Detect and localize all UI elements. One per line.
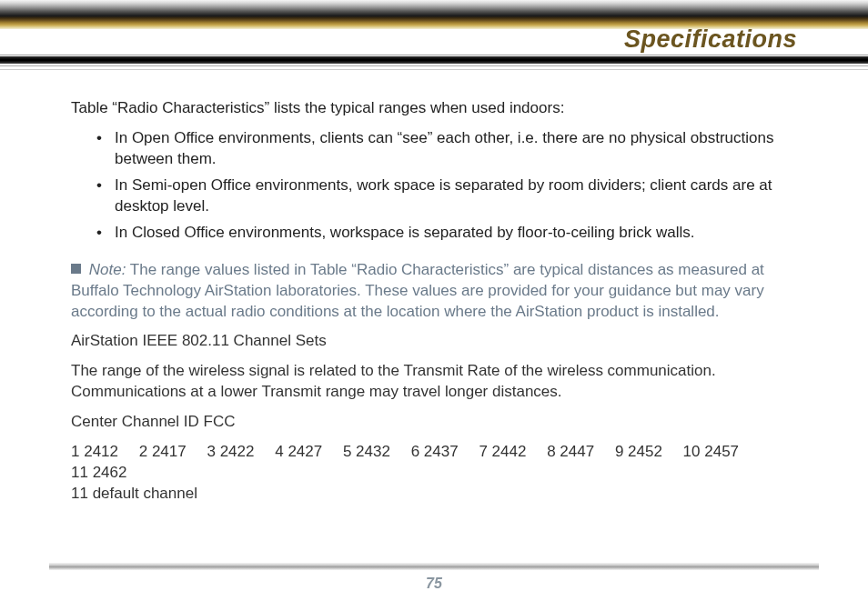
page-number: 75 [0,576,868,592]
divider [0,69,868,70]
divider [0,55,868,55]
default-channel: 11 default channel [71,485,197,502]
channel-list: 1 2412 2 2417 3 2422 4 2427 5 2432 6 243… [71,442,799,505]
note-square-icon [71,264,81,274]
channel-entry: 6 2437 [411,442,459,463]
channel-entry: 10 2457 [683,442,739,463]
note-label: Note: [89,261,126,278]
divider [0,65,868,66]
list-item: In Open Office environments, clients can… [96,128,799,170]
channel-entry: 1 2412 [71,442,118,463]
channel-entry: 7 2442 [479,442,526,463]
channel-entry: 4 2427 [275,442,322,463]
channel-entry: 11 2462 [71,463,126,484]
list-item: In Semi-open Office environments, work s… [96,175,799,217]
header-black-band [0,56,868,64]
range-description: The range of the wireless signal is rela… [71,361,799,403]
channel-entry: 3 2422 [207,442,254,463]
channel-entry: 2 2417 [139,442,187,463]
intro-text: Table “Radio Characteristics” lists the … [71,98,799,119]
channel-entry: 8 2447 [547,442,594,463]
channel-entry: 5 2432 [343,442,390,463]
bullet-list: In Open Office environments, clients can… [96,128,799,244]
content-area: Table “Radio Characteristics” lists the … [71,98,799,514]
page-title: Specifications [624,25,797,54]
footer-gradient-band [49,563,819,570]
center-channel-label: Center Channel ID FCC [71,412,799,433]
note-paragraph: Note: The range values listed in Table “… [71,260,799,323]
channel-sets-title: AirStation IEEE 802.11 Channel Sets [71,331,799,352]
list-item: In Closed Office environments, workspace… [96,223,799,244]
note-text: The range values listed in Table “Radio … [71,261,764,320]
channel-entry: 9 2452 [615,442,662,463]
